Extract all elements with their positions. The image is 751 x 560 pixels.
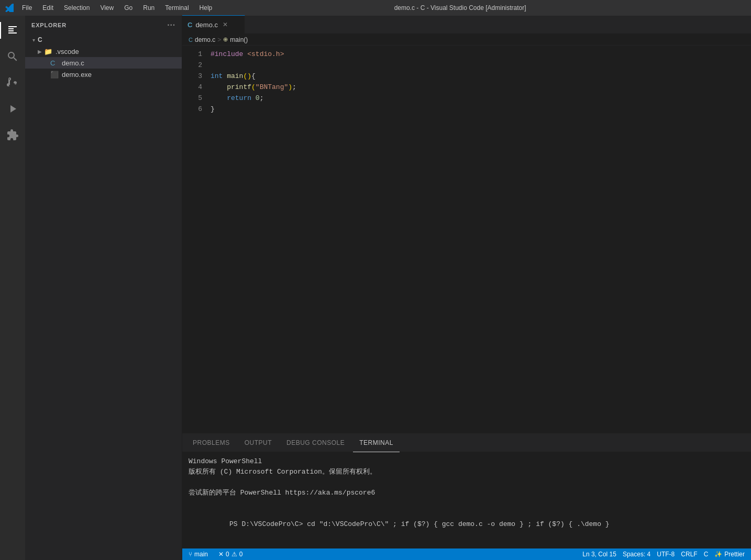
vscode-logo-icon [5, 4, 14, 12]
menu-file[interactable]: File [18, 3, 36, 13]
code-line-2 [211, 60, 751, 71]
tree-root-label: C [38, 36, 42, 43]
breadcrumb-symbol-icon: ⊕ [223, 36, 228, 43]
breadcrumb-file[interactable]: demo.c [195, 36, 215, 43]
code-editor[interactable]: 1 2 3 4 5 6 #include <stdio.h> int main(… [182, 46, 751, 433]
code-line-1: #include <stdio.h> [211, 49, 751, 60]
panel-area: PROBLEMS OUTPUT DEBUG CONSOLE TERMINAL W… [182, 433, 751, 548]
title-bar-left: File Edit Selection View Go Run Terminal… [5, 3, 216, 13]
breadcrumb: C demo.c > ⊕ main() [182, 34, 751, 46]
status-right: Ln 3, Col 15 Spaces: 4 UTF-8 CRLF C ✨ Pr… [580, 548, 747, 560]
status-error-count: 0 [226, 551, 229, 558]
line-numbers: 1 2 3 4 5 6 [182, 46, 208, 433]
terminal-line-3 [189, 477, 745, 488]
code-line-6: } [211, 104, 751, 115]
panel-tab-output[interactable]: OUTPUT [238, 434, 278, 452]
code-line-5: return 0; [211, 93, 751, 104]
status-encoding-label: UTF-8 [657, 551, 675, 558]
tree-arrow-c: ▾ [29, 37, 38, 43]
menu-go[interactable]: Go [120, 3, 137, 13]
democ-file-icon: C [50, 59, 60, 67]
menu-edit[interactable]: Edit [38, 3, 58, 13]
status-encoding[interactable]: UTF-8 [655, 548, 677, 560]
code-line-3: int main(){ [211, 71, 751, 82]
menu-terminal[interactable]: Terminal [161, 3, 193, 13]
editor-tab-democ[interactable]: C demo.c ✕ [182, 15, 245, 33]
activity-source-control[interactable] [0, 70, 25, 95]
panel-tab-debug-console[interactable]: DEBUG CONSOLE [280, 434, 351, 452]
tab-label: demo.c [195, 21, 218, 29]
sidebar-more-button[interactable]: ··· [167, 20, 175, 30]
terminal-line-2: 版权所有 (C) Microsoft Corporation。保留所有权利。 [189, 467, 745, 477]
status-branch[interactable]: ⑂ main [186, 548, 210, 560]
status-warning-icon: ⚠ [231, 551, 237, 558]
status-formatter[interactable]: ✨ Prettier [712, 548, 747, 560]
activity-run-debug[interactable] [0, 96, 25, 121]
activity-extensions[interactable] [0, 122, 25, 148]
terminal-prompt-text-1: PS D:\VSCodePro\C> [229, 520, 303, 528]
status-branch-icon: ⑂ [189, 551, 192, 558]
title-bar-menu[interactable]: File Edit Selection View Go Run Terminal… [18, 3, 216, 13]
status-eol-label: CRLF [681, 551, 697, 558]
status-formatter-icon: ✨ [714, 551, 722, 558]
status-spaces-label: Spaces: 4 [623, 551, 650, 558]
breadcrumb-symbol[interactable]: main() [230, 36, 248, 43]
menu-run[interactable]: Run [139, 3, 159, 13]
status-error-icon: ✕ [218, 551, 224, 558]
tree-democ-item[interactable]: C demo.c [25, 57, 182, 69]
activity-explorer[interactable] [0, 18, 25, 43]
tree-arrow-vscode: ▶ [36, 49, 44, 54]
tree-vscode-label: .vscode [56, 48, 79, 55]
activity-search[interactable] [0, 44, 25, 69]
title-bar: File Edit Selection View Go Run Terminal… [0, 0, 751, 16]
status-spaces[interactable]: Spaces: 4 [621, 548, 653, 560]
terminal-output-1: BNTang [189, 540, 745, 548]
tab-file-icon: C [187, 21, 192, 29]
terminal-line-1: Windows PowerShell [189, 456, 745, 467]
tree-root-item[interactable]: ▾ C [25, 34, 182, 46]
status-language[interactable]: C [702, 548, 711, 560]
status-cursor-label: Ln 3, Col 15 [582, 551, 616, 558]
status-warning-count: 0 [239, 551, 243, 558]
window-title: demo.c - C - Visual Studio Code [Adminis… [394, 4, 526, 12]
status-branch-label: main [194, 551, 208, 558]
menu-view[interactable]: View [96, 3, 118, 13]
editor-area: C demo.c ✕ C demo.c > ⊕ main() 1 2 3 4 5… [182, 16, 751, 560]
status-eol[interactable]: CRLF [679, 548, 699, 560]
tree-vscode-item[interactable]: ▶ 📁 .vscode [25, 46, 182, 57]
menu-selection[interactable]: Selection [60, 3, 94, 13]
menu-help[interactable]: Help [195, 3, 217, 13]
sidebar: Explorer ··· ▾ C ▶ 📁 .vscode C demo.c ⬛ … [25, 16, 182, 560]
code-content[interactable]: #include <stdio.h> int main(){ printf("B… [208, 46, 751, 433]
vscode-folder-icon: 📁 [44, 48, 53, 55]
status-formatter-label: Prettier [724, 551, 745, 558]
tab-close-button[interactable]: ✕ [221, 20, 229, 29]
terminal-prompt-1: PS D:\VSCodePro\C> cd "d:\VSCodePro\C\" … [189, 509, 745, 540]
panel-tab-terminal[interactable]: TERMINAL [353, 434, 400, 452]
status-language-label: C [704, 551, 709, 558]
code-line-4: printf("BNTang"); [211, 82, 751, 93]
panel-tab-problems[interactable]: PROBLEMS [186, 434, 236, 452]
terminal-line-5 [189, 498, 745, 509]
tab-bar: C demo.c ✕ [182, 16, 751, 34]
activity-bar [0, 16, 25, 560]
demoexe-file-icon: ⬛ [50, 71, 60, 79]
sidebar-title: Explorer [31, 22, 67, 28]
status-errors[interactable]: ✕ 0 ⚠ 0 [216, 548, 245, 560]
status-bar: ⑂ main ✕ 0 ⚠ 0 Ln 3, Col 15 Spaces: 4 UT… [182, 548, 751, 560]
sidebar-header: Explorer ··· [25, 16, 182, 34]
terminal-cmd-1: cd "d:\VSCodePro\C\" ; if ($?) { gcc dem… [303, 520, 609, 528]
breadcrumb-file-icon: C [189, 37, 193, 43]
breadcrumb-separator: > [217, 36, 221, 43]
tree-demoexe-item[interactable]: ⬛ demo.exe [25, 69, 182, 80]
status-cursor[interactable]: Ln 3, Col 15 [580, 548, 619, 560]
tree-demoexe-label: demo.exe [62, 71, 92, 79]
terminal-content[interactable]: Windows PowerShell 版权所有 (C) Microsoft Co… [182, 452, 751, 548]
main-layout: Explorer ··· ▾ C ▶ 📁 .vscode C demo.c ⬛ … [0, 16, 751, 560]
panel-tabs: PROBLEMS OUTPUT DEBUG CONSOLE TERMINAL [182, 434, 751, 452]
terminal-line-4: 尝试新的跨平台 PowerShell https://aka.ms/pscore… [189, 488, 745, 498]
tree-democ-label: demo.c [62, 59, 84, 67]
